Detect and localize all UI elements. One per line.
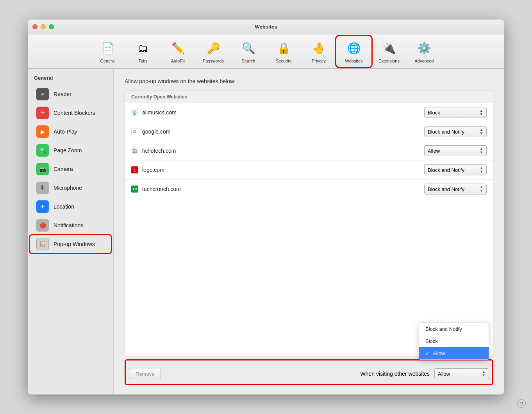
dropdown-option-block-label: Block bbox=[425, 338, 438, 344]
select-arrows-google: ▲ ▼ bbox=[480, 128, 483, 135]
popup-windows-icon: 🪟 bbox=[36, 238, 49, 250]
passwords-icon: 🔑 bbox=[205, 40, 222, 57]
bottom-bar: Remove When visiting other websites Allo… bbox=[129, 364, 489, 381]
bottom-area: Remove When visiting other websites Allo… bbox=[125, 359, 493, 385]
sidebar-item-content-blockers[interactable]: ⛔ Content Blockers bbox=[30, 104, 111, 122]
other-websites-row: When visiting other websites Allow ▲ ▼ bbox=[361, 368, 489, 379]
select-arrows-allmusic: ▲ ▼ bbox=[480, 109, 483, 116]
sidebar-item-camera[interactable]: 📷 Camera bbox=[30, 160, 111, 178]
toolbar: 📄 General 🗂 Tabs ✏️ AutoFill 🔑 Passwords… bbox=[28, 34, 504, 69]
toolbar-item-advanced[interactable]: ⚙️ Advanced bbox=[407, 36, 442, 67]
select-value-hellotech: Allow bbox=[428, 148, 440, 154]
main-content: General ≡ Reader ⛔ Content Blockers ▶ Au… bbox=[28, 69, 504, 394]
page-zoom-icon: 🔍 bbox=[36, 144, 49, 157]
table-row: 📡 allmusics.com Block ▲ ▼ bbox=[125, 103, 493, 122]
sidebar-item-camera-label: Camera bbox=[54, 166, 73, 172]
favicon-allmusic: 📡 bbox=[131, 109, 138, 116]
site-cell: 🏠 hellotech.com bbox=[131, 147, 176, 154]
site-name-allmusic: allmusics.com bbox=[142, 109, 177, 116]
site-name-google: google.com bbox=[142, 128, 170, 135]
toolbar-item-autofill[interactable]: ✏️ AutoFill bbox=[161, 36, 196, 67]
safari-preferences-window: Websites 📄 General 🗂 Tabs ✏️ AutoFill 🔑 … bbox=[28, 20, 504, 394]
sidebar-item-microphone-label: Microphone bbox=[54, 185, 82, 191]
general-label: General bbox=[100, 59, 115, 63]
toolbar-item-general[interactable]: 📄 General bbox=[90, 36, 125, 67]
select-google[interactable]: Block and Notify ▲ ▼ bbox=[424, 126, 487, 137]
minimize-button[interactable] bbox=[41, 24, 46, 29]
privacy-icon: 🤚 bbox=[310, 40, 327, 57]
select-hellotech[interactable]: Allow ▲ ▼ bbox=[424, 145, 487, 156]
toolbar-item-search[interactable]: 🔍 Search bbox=[231, 36, 266, 67]
select-allmusic[interactable]: Block ▲ ▼ bbox=[424, 107, 487, 118]
sidebar-item-microphone[interactable]: 🎙 Microphone bbox=[30, 179, 111, 197]
toolbar-item-passwords[interactable]: 🔑 Passwords bbox=[196, 36, 231, 67]
toolbar-item-extensions[interactable]: 🔌 Extensions bbox=[371, 36, 407, 67]
other-websites-dropdown-container: Allow ▲ ▼ Block and Notify bbox=[434, 368, 489, 379]
toolbar-item-tabs[interactable]: 🗂 Tabs bbox=[125, 36, 161, 67]
notifications-icon: 🔴 bbox=[36, 219, 49, 232]
reader-icon: ≡ bbox=[36, 88, 49, 100]
sidebar-item-reader[interactable]: ≡ Reader bbox=[30, 85, 111, 103]
select-value-techcrunch: Block and Notify bbox=[428, 186, 464, 192]
other-websites-select[interactable]: Allow ▲ ▼ bbox=[434, 368, 489, 379]
toolbar-item-security[interactable]: 🔒 Security bbox=[266, 36, 301, 67]
site-cell: TC techcrunch.com bbox=[131, 186, 181, 193]
dropdown-option-block-and-notify-label: Block and Notify bbox=[425, 326, 462, 332]
window-title: Websites bbox=[255, 24, 277, 30]
favicon-lego: L bbox=[131, 166, 138, 173]
tabs-label: Tabs bbox=[138, 59, 147, 63]
advanced-label: Advanced bbox=[415, 59, 434, 63]
extensions-icon: 🔌 bbox=[380, 40, 398, 57]
table-header: Currently Open Websites bbox=[125, 91, 493, 103]
favicon-google: G bbox=[131, 128, 138, 135]
favicon-techcrunch: TC bbox=[131, 186, 138, 193]
sidebar-item-popup-windows[interactable]: 🪟 Pop-up Windows bbox=[30, 235, 111, 253]
websites-table: Currently Open Websites 📡 allmusics.com … bbox=[125, 91, 493, 356]
general-icon: 📄 bbox=[99, 40, 116, 57]
other-websites-select-value: Allow bbox=[438, 371, 450, 377]
site-cell: G google.com bbox=[131, 128, 170, 135]
dropdown-option-allow-label: Allow bbox=[433, 350, 445, 356]
select-arrows-techcrunch: ▲ ▼ bbox=[480, 186, 483, 193]
sidebar-item-notifications[interactable]: 🔴 Notifications bbox=[30, 216, 111, 234]
table-row: TC techcrunch.com Block and Notify ▲ ▼ bbox=[125, 180, 493, 198]
maximize-button[interactable] bbox=[49, 24, 54, 29]
autofill-icon: ✏️ bbox=[170, 40, 187, 57]
select-techcrunch[interactable]: Block and Notify ▲ ▼ bbox=[424, 184, 487, 195]
sidebar-item-auto-play[interactable]: ▶ Auto-Play bbox=[30, 123, 111, 141]
sidebar-item-page-zoom[interactable]: 🔍 Page Zoom bbox=[30, 141, 111, 159]
select-value-google: Block and Notify bbox=[428, 129, 464, 135]
dropdown-option-block[interactable]: Block bbox=[419, 335, 489, 347]
security-icon: 🔒 bbox=[275, 40, 292, 57]
select-value-lego: Block and Notify bbox=[428, 167, 464, 173]
checkmark-icon: ✓ bbox=[425, 350, 430, 356]
title-bar: Websites bbox=[28, 20, 504, 34]
dropdown-option-allow[interactable]: ✓ Allow bbox=[419, 347, 489, 359]
sidebar-item-auto-play-label: Auto-Play bbox=[54, 128, 77, 135]
autofill-label: AutoFill bbox=[171, 59, 186, 63]
remove-button[interactable]: Remove bbox=[129, 369, 161, 379]
dropdown-option-block-and-notify[interactable]: Block and Notify bbox=[419, 323, 489, 335]
sidebar-item-notifications-label: Notifications bbox=[54, 222, 83, 228]
site-cell: L lego.com bbox=[131, 166, 164, 173]
toolbar-item-websites[interactable]: 🌐 Websites bbox=[336, 36, 371, 67]
select-lego[interactable]: Block and Notify ▲ ▼ bbox=[424, 164, 487, 175]
advanced-icon: ⚙️ bbox=[416, 40, 433, 57]
search-label: Search bbox=[242, 59, 255, 63]
select-arrows-lego: ▲ ▼ bbox=[480, 166, 483, 173]
sidebar-section-title: General bbox=[28, 75, 113, 85]
sidebar-item-location-label: Location bbox=[54, 203, 74, 210]
sidebar-item-reader-label: Reader bbox=[54, 91, 71, 97]
toolbar-item-privacy[interactable]: 🤚 Privacy bbox=[301, 36, 336, 67]
privacy-label: Privacy bbox=[312, 59, 326, 63]
sidebar-item-location[interactable]: ✈ Location bbox=[30, 198, 111, 216]
content-heading: Allow pop-up windows on the websites bel… bbox=[125, 78, 493, 84]
microphone-icon: 🎙 bbox=[36, 182, 49, 194]
sidebar: General ≡ Reader ⛔ Content Blockers ▶ Au… bbox=[28, 69, 114, 394]
sidebar-item-content-blockers-label: Content Blockers bbox=[54, 110, 95, 116]
table-row: 🏠 hellotech.com Allow ▲ ▼ bbox=[125, 141, 493, 161]
close-button[interactable] bbox=[32, 24, 37, 29]
table-row: G google.com Block and Notify ▲ ▼ bbox=[125, 122, 493, 141]
select-value-allmusic: Block bbox=[428, 110, 440, 116]
table-body: 📡 allmusics.com Block ▲ ▼ bbox=[125, 103, 493, 356]
